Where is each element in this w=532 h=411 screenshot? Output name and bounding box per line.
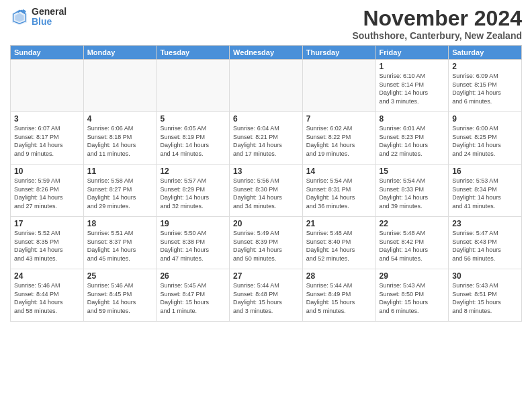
day-cell: 23Sunrise: 5:47 AM Sunset: 8:43 PM Dayli…: [449, 217, 522, 269]
col-wednesday: Wednesday: [230, 46, 303, 60]
day-cell: 15Sunrise: 5:54 AM Sunset: 8:33 PM Dayli…: [375, 165, 449, 217]
day-cell: 27Sunrise: 5:44 AM Sunset: 8:48 PM Dayli…: [230, 269, 303, 322]
day-number: 19: [160, 219, 226, 228]
day-cell: 17Sunrise: 5:52 AM Sunset: 8:35 PM Dayli…: [11, 217, 84, 269]
day-cell: 18Sunrise: 5:51 AM Sunset: 8:37 PM Dayli…: [83, 217, 157, 269]
day-cell: 29Sunrise: 5:43 AM Sunset: 8:50 PM Dayli…: [375, 269, 449, 322]
day-cell: 25Sunrise: 5:46 AM Sunset: 8:45 PM Dayli…: [83, 269, 157, 322]
logo-icon: [10, 7, 29, 26]
col-thursday: Thursday: [302, 46, 375, 60]
day-cell: 9Sunrise: 6:00 AM Sunset: 8:25 PM Daylig…: [449, 112, 522, 165]
day-cell: 6Sunrise: 6:04 AM Sunset: 8:21 PM Daylig…: [230, 112, 303, 165]
logo-text: General Blue: [32, 7, 66, 28]
day-info: Sunrise: 5:44 AM Sunset: 8:48 PM Dayligh…: [233, 281, 299, 315]
day-cell: [83, 60, 157, 112]
day-info: Sunrise: 5:56 AM Sunset: 8:30 PM Dayligh…: [233, 177, 299, 210]
day-info: Sunrise: 5:43 AM Sunset: 8:51 PM Dayligh…: [452, 281, 518, 315]
day-cell: 26Sunrise: 5:45 AM Sunset: 8:47 PM Dayli…: [157, 269, 230, 322]
day-info: Sunrise: 6:09 AM Sunset: 8:15 PM Dayligh…: [452, 72, 518, 105]
day-number: 25: [87, 271, 153, 281]
day-info: Sunrise: 6:01 AM Sunset: 8:23 PM Dayligh…: [380, 124, 445, 158]
day-number: 8: [380, 114, 445, 124]
day-info: Sunrise: 5:58 AM Sunset: 8:27 PM Dayligh…: [87, 177, 153, 210]
day-cell: 4Sunrise: 6:06 AM Sunset: 8:18 PM Daylig…: [83, 112, 157, 165]
day-cell: [157, 60, 230, 112]
day-cell: 1Sunrise: 6:10 AM Sunset: 8:14 PM Daylig…: [375, 60, 449, 112]
day-info: Sunrise: 5:43 AM Sunset: 8:50 PM Dayligh…: [380, 281, 445, 315]
day-number: 16: [452, 167, 518, 176]
day-info: Sunrise: 6:00 AM Sunset: 8:25 PM Dayligh…: [452, 124, 518, 158]
day-cell: 7Sunrise: 6:02 AM Sunset: 8:22 PM Daylig…: [302, 112, 375, 165]
day-info: Sunrise: 5:50 AM Sunset: 8:38 PM Dayligh…: [160, 229, 226, 263]
day-info: Sunrise: 5:59 AM Sunset: 8:26 PM Dayligh…: [14, 177, 80, 210]
day-number: 30: [452, 271, 518, 281]
day-number: 2: [452, 62, 518, 71]
calendar-body: 1Sunrise: 6:10 AM Sunset: 8:14 PM Daylig…: [11, 60, 522, 322]
day-number: 22: [380, 219, 445, 228]
day-number: 9: [452, 114, 518, 124]
day-number: 13: [233, 167, 299, 176]
col-tuesday: Tuesday: [157, 46, 230, 60]
day-number: 4: [87, 114, 153, 124]
day-number: 20: [233, 219, 299, 228]
day-cell: 11Sunrise: 5:58 AM Sunset: 8:27 PM Dayli…: [83, 165, 157, 217]
calendar-table: Sunday Monday Tuesday Wednesday Thursday…: [10, 45, 522, 322]
day-cell: 14Sunrise: 5:54 AM Sunset: 8:31 PM Dayli…: [302, 165, 375, 217]
day-number: 26: [160, 271, 226, 281]
day-number: 24: [14, 271, 80, 281]
week-row-1: 1Sunrise: 6:10 AM Sunset: 8:14 PM Daylig…: [11, 60, 522, 112]
location: Southshore, Canterbury, New Zealand: [352, 30, 522, 41]
day-info: Sunrise: 5:48 AM Sunset: 8:42 PM Dayligh…: [380, 229, 445, 263]
day-info: Sunrise: 5:52 AM Sunset: 8:35 PM Dayligh…: [14, 229, 80, 263]
logo: General Blue: [10, 7, 66, 28]
day-info: Sunrise: 6:06 AM Sunset: 8:18 PM Dayligh…: [87, 124, 153, 158]
day-info: Sunrise: 6:10 AM Sunset: 8:14 PM Dayligh…: [380, 72, 445, 105]
page-container: General Blue November 2024 Southshore, C…: [0, 0, 532, 325]
day-number: 28: [306, 271, 372, 281]
day-number: 29: [380, 271, 445, 281]
day-info: Sunrise: 5:49 AM Sunset: 8:39 PM Dayligh…: [233, 229, 299, 263]
day-cell: 30Sunrise: 5:43 AM Sunset: 8:51 PM Dayli…: [449, 269, 522, 322]
day-cell: 3Sunrise: 6:07 AM Sunset: 8:17 PM Daylig…: [11, 112, 84, 165]
day-cell: 24Sunrise: 5:46 AM Sunset: 8:44 PM Dayli…: [11, 269, 84, 322]
month-title: November 2024: [352, 7, 522, 30]
col-sunday: Sunday: [11, 46, 84, 60]
day-info: Sunrise: 5:46 AM Sunset: 8:45 PM Dayligh…: [87, 281, 153, 315]
day-info: Sunrise: 5:44 AM Sunset: 8:49 PM Dayligh…: [306, 281, 372, 315]
day-number: 7: [306, 114, 372, 124]
day-info: Sunrise: 5:48 AM Sunset: 8:40 PM Dayligh…: [306, 229, 372, 263]
week-row-3: 10Sunrise: 5:59 AM Sunset: 8:26 PM Dayli…: [11, 165, 522, 217]
day-cell: 5Sunrise: 6:05 AM Sunset: 8:19 PM Daylig…: [157, 112, 230, 165]
day-number: 15: [380, 167, 445, 176]
day-cell: [230, 60, 303, 112]
day-number: 11: [87, 167, 153, 176]
day-info: Sunrise: 5:45 AM Sunset: 8:47 PM Dayligh…: [160, 281, 226, 315]
day-cell: 19Sunrise: 5:50 AM Sunset: 8:38 PM Dayli…: [157, 217, 230, 269]
day-cell: [302, 60, 375, 112]
day-number: 10: [14, 167, 80, 176]
day-cell: 8Sunrise: 6:01 AM Sunset: 8:23 PM Daylig…: [375, 112, 449, 165]
day-info: Sunrise: 5:47 AM Sunset: 8:43 PM Dayligh…: [452, 229, 518, 263]
day-cell: [11, 60, 84, 112]
day-number: 5: [160, 114, 226, 124]
day-cell: 28Sunrise: 5:44 AM Sunset: 8:49 PM Dayli…: [302, 269, 375, 322]
day-info: Sunrise: 6:04 AM Sunset: 8:21 PM Dayligh…: [233, 124, 299, 158]
logo-blue: Blue: [32, 17, 66, 27]
day-cell: 16Sunrise: 5:53 AM Sunset: 8:34 PM Dayli…: [449, 165, 522, 217]
col-saturday: Saturday: [449, 46, 522, 60]
day-number: 27: [233, 271, 299, 281]
day-cell: 21Sunrise: 5:48 AM Sunset: 8:40 PM Dayli…: [302, 217, 375, 269]
day-number: 6: [233, 114, 299, 124]
day-cell: 22Sunrise: 5:48 AM Sunset: 8:42 PM Dayli…: [375, 217, 449, 269]
day-info: Sunrise: 5:46 AM Sunset: 8:44 PM Dayligh…: [14, 281, 80, 315]
day-cell: 20Sunrise: 5:49 AM Sunset: 8:39 PM Dayli…: [230, 217, 303, 269]
day-number: 1: [380, 62, 445, 71]
day-number: 23: [452, 219, 518, 228]
day-info: Sunrise: 5:54 AM Sunset: 8:31 PM Dayligh…: [306, 177, 372, 210]
day-info: Sunrise: 6:05 AM Sunset: 8:19 PM Dayligh…: [160, 124, 226, 158]
header-row: Sunday Monday Tuesday Wednesday Thursday…: [11, 46, 522, 60]
day-number: 14: [306, 167, 372, 176]
day-number: 21: [306, 219, 372, 228]
day-info: Sunrise: 5:57 AM Sunset: 8:29 PM Dayligh…: [160, 177, 226, 210]
day-number: 17: [14, 219, 80, 228]
